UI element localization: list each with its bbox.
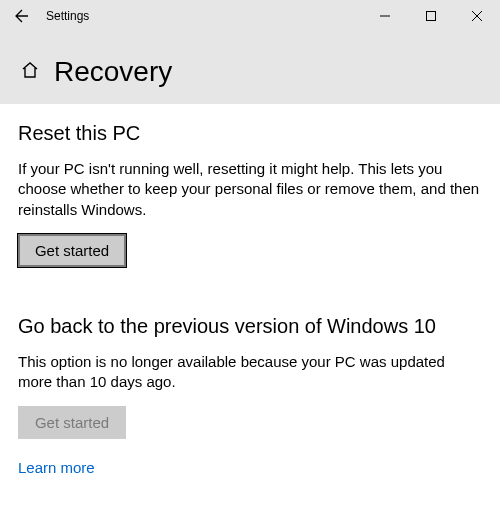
titlebar: Settings xyxy=(0,0,500,32)
reset-pc-section: Reset this PC If your PC isn't running w… xyxy=(18,122,482,267)
close-button[interactable] xyxy=(454,0,500,32)
reset-pc-description: If your PC isn't running well, resetting… xyxy=(18,159,482,220)
svg-rect-0 xyxy=(427,12,436,21)
maximize-icon xyxy=(426,11,436,21)
window-title: Settings xyxy=(44,9,89,23)
go-back-get-started-button: Get started xyxy=(18,406,126,439)
window-controls xyxy=(362,0,500,32)
settings-window: Settings Recovery xyxy=(0,0,500,511)
learn-more-link[interactable]: Learn more xyxy=(18,459,95,476)
reset-get-started-button[interactable]: Get started xyxy=(18,234,126,267)
back-arrow-icon xyxy=(14,8,30,24)
back-button[interactable] xyxy=(0,0,44,32)
go-back-section: Go back to the previous version of Windo… xyxy=(18,315,482,478)
page-header: Recovery xyxy=(0,32,500,104)
page-title: Recovery xyxy=(54,56,172,88)
home-icon[interactable] xyxy=(20,60,40,85)
reset-pc-heading: Reset this PC xyxy=(18,122,482,145)
close-icon xyxy=(472,11,482,21)
minimize-icon xyxy=(380,11,390,21)
go-back-heading: Go back to the previous version of Windo… xyxy=(18,315,482,338)
go-back-description: This option is no longer available becau… xyxy=(18,352,482,393)
maximize-button[interactable] xyxy=(408,0,454,32)
content-area: Reset this PC If your PC isn't running w… xyxy=(0,104,500,511)
minimize-button[interactable] xyxy=(362,0,408,32)
